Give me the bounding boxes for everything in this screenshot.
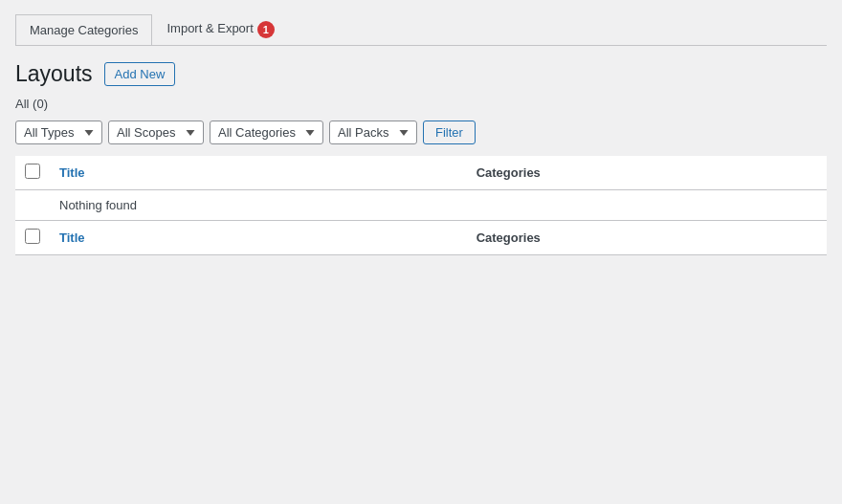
table-footer-categories: Categories [467, 221, 827, 255]
tab-manage-categories[interactable]: Manage Categories [15, 14, 152, 45]
all-scopes-select[interactable]: All Scopes [108, 121, 204, 144]
layouts-table: Title Categories Nothing found Title Cat… [15, 156, 827, 255]
table-footer-row: Title Categories [15, 221, 827, 255]
page-title-row: Layouts Add New [15, 61, 827, 87]
tab-import-export[interactable]: Import & Export1 [152, 12, 288, 46]
tabs-row: Manage CategoriesImport & Export1 [15, 11, 827, 46]
table-header-checkbox [15, 156, 50, 190]
filter-summary-label: All [15, 97, 29, 111]
all-categories-select[interactable]: All Categories [210, 121, 323, 144]
tab-badge-import-export: 1 [257, 21, 275, 38]
select-all-checkbox[interactable] [25, 164, 40, 179]
select-all-footer-checkbox[interactable] [25, 229, 40, 244]
filter-row: All Types All Scopes All Categories All … [15, 121, 827, 144]
filter-summary: All (0) [15, 97, 827, 111]
nothing-found-message: Nothing found [50, 190, 467, 221]
all-packs-select[interactable]: All Packs [329, 121, 417, 144]
table-header-categories: Categories [467, 156, 827, 190]
table-footer-checkbox [15, 221, 50, 255]
table-header-title[interactable]: Title [50, 156, 467, 190]
page-title: Layouts [15, 61, 93, 87]
table-footer-title[interactable]: Title [50, 221, 467, 255]
filter-summary-count: (0) [33, 97, 48, 111]
add-new-button[interactable]: Add New [104, 62, 176, 86]
all-types-select[interactable]: All Types [15, 121, 102, 144]
table-empty-row: Nothing found [15, 190, 827, 221]
table-header-row: Title Categories [15, 156, 827, 190]
filter-button[interactable]: Filter [423, 121, 476, 144]
